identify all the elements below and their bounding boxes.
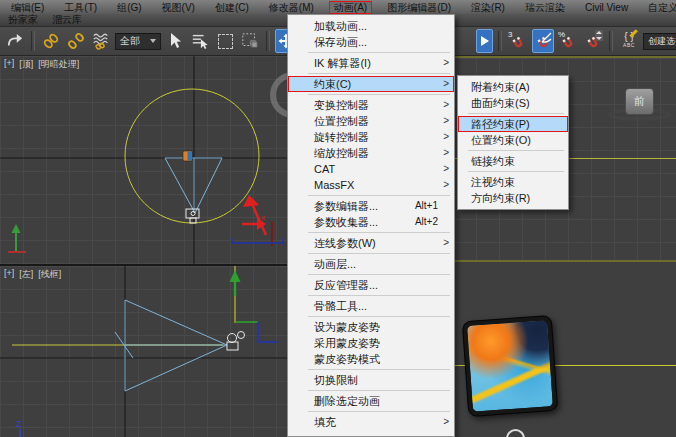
window-crossing-icon[interactable] (239, 29, 261, 53)
menu-item-assume-skin-pose[interactable]: 采用蒙皮姿势 (288, 335, 454, 351)
submenu-item-position-constraint[interactable]: 位置约束(O) (458, 132, 568, 148)
menubar-item-animation[interactable]: 动画(A) (329, 1, 372, 14)
tablet-object-top-view[interactable] (183, 151, 192, 161)
menu-item-massfx[interactable]: MassFX> (288, 177, 454, 193)
camera-gizmo-partial[interactable] (506, 429, 525, 437)
menu-item-toggle-limits[interactable]: 切换限制 (288, 372, 454, 388)
select-object-icon[interactable] (164, 29, 186, 53)
viewport-shading-label[interactable]: [线框] (38, 268, 61, 281)
menu-item-delete-selected-animation[interactable]: 删除选定动画 (288, 393, 454, 409)
unlink-selection-icon[interactable] (65, 29, 87, 53)
submenu-arrow-icon: > (443, 97, 449, 113)
world-axis-z: Z (16, 419, 22, 437)
submenu-arrow-icon: > (443, 55, 449, 71)
spinner-snap-toggle-button[interactable] (582, 29, 604, 53)
plugin-item-banjiajia[interactable]: 扮家家 (8, 14, 38, 26)
select-by-name-icon[interactable] (189, 29, 211, 53)
menu-item-set-as-skin-pose[interactable]: 设为蒙皮姿势 (288, 319, 454, 335)
menu-bar: 编辑(E)工具(T)组(G)视图(V)创建(C)修改器(M)动画(A)图形编辑器… (0, 0, 676, 14)
menubar-item-tools[interactable]: 工具(T) (59, 1, 102, 14)
menubar-item-modifiers[interactable]: 修改器(M) (264, 1, 319, 14)
menubar-item-edit[interactable]: 编辑(E) (6, 1, 49, 14)
selection-filter-value: 全部 (120, 34, 140, 48)
menu-item-label: CAT (314, 161, 335, 177)
keyboard-shortcut-override-button[interactable] (476, 29, 493, 53)
menubar-item-customize[interactable]: 自定义(U) (643, 1, 676, 14)
submenu-arrow-icon: > (443, 235, 449, 251)
z-axis-label: Z (16, 419, 22, 429)
redo-icon[interactable] (4, 29, 26, 53)
menu-item-position-controllers[interactable]: 位置控制器> (288, 113, 454, 129)
edit-named-selection-sets-button[interactable]: { } ABC (618, 29, 640, 53)
selection-filter-dropdown[interactable]: 全部 (115, 33, 161, 50)
snap-toggle-3d-button[interactable]: 3 (507, 29, 529, 53)
menu-separator (308, 195, 450, 196)
submenu-item-attachment-constraint[interactable]: 附着约束(A) (458, 79, 568, 95)
camera-gizmo[interactable] (186, 209, 199, 223)
menu-item-rotation-controllers[interactable]: 旋转控制器> (288, 129, 454, 145)
menu-item-wire-parameters[interactable]: 连线参数(W)> (288, 235, 454, 251)
named-selection-set-value: 创建选择集 (648, 35, 676, 48)
menu-item-populate[interactable]: 填充> (288, 414, 454, 430)
menu-item-save-animation[interactable]: 保存动画... (288, 34, 454, 50)
menubar-item-civil-view[interactable]: Civil View (580, 1, 633, 14)
viewport-view-label[interactable]: [顶] (19, 58, 33, 71)
camera-cone-wireframe[interactable] (165, 158, 222, 213)
viewport-top[interactable]: [+] [顶] [明暗处理] (0, 56, 290, 266)
select-and-link-icon[interactable] (40, 29, 62, 53)
named-selection-set-dropdown[interactable]: 创建选择集 (643, 33, 676, 50)
camera-gizmo[interactable] (227, 332, 245, 351)
percent-snap-toggle-button[interactable]: % (557, 29, 579, 53)
world-axis-tripod (8, 224, 26, 252)
plugin-item-liuyunku[interactable]: 溜云库 (52, 14, 82, 26)
rectangular-selection-region-icon[interactable] (214, 29, 236, 53)
menu-item-parameter-editor[interactable]: 参数编辑器...Alt+1 (288, 198, 454, 214)
menu-separator (308, 232, 450, 233)
menu-separator (308, 274, 450, 275)
submenu-item-path-constraint[interactable]: 路径约束(P) (458, 116, 568, 132)
chevron-down-icon (150, 39, 156, 43)
menu-item-cat[interactable]: CAT> (288, 161, 454, 177)
move-gizmo[interactable] (230, 266, 279, 342)
viewport-menu-label[interactable]: [+] (4, 58, 14, 71)
menubar-item-create[interactable]: 创建(C) (210, 1, 254, 14)
menu-item-load-animation[interactable]: 加载动画... (288, 18, 454, 34)
menu-item-ik-solvers[interactable]: IK 解算器(I)> (288, 55, 454, 71)
viewcube-face-label[interactable]: 前 (634, 94, 645, 109)
toolbar-separator (31, 31, 35, 51)
menu-item-label: 骨骼工具... (314, 298, 367, 314)
abc-label: ABC (623, 41, 635, 49)
menu-item-label: 注视约束 (471, 174, 515, 190)
submenu-item-lookat-constraint[interactable]: 注视约束 (458, 174, 568, 190)
camera-cone-wireframe[interactable] (115, 300, 227, 391)
menubar-item-group[interactable]: 组(G) (112, 1, 146, 14)
menu-item-skin-pose-mode[interactable]: 蒙皮姿势模式 (288, 351, 454, 367)
menu-item-reaction-manager[interactable]: 反应管理器... (288, 277, 454, 293)
viewcube[interactable]: 前 (625, 88, 654, 115)
menu-item-constraints[interactable]: 约束(C)> (288, 76, 454, 92)
menu-separator (308, 316, 450, 317)
menubar-item-views[interactable]: 视图(V) (157, 1, 200, 14)
viewport-menu-label[interactable]: [+] (4, 268, 14, 281)
menu-item-animation-layers[interactable]: 动画层... (288, 256, 454, 272)
bind-to-space-warp-icon[interactable] (90, 29, 112, 53)
menu-item-scale-controllers[interactable]: 缩放控制器> (288, 145, 454, 161)
menu-item-parameter-collector[interactable]: 参数收集器...Alt+2 (288, 214, 454, 230)
toolbar-separator (498, 31, 502, 51)
menu-item-transform-controllers[interactable]: 变换控制器> (288, 97, 454, 113)
menu-item-label: 位置控制器 (314, 113, 369, 129)
tablet-object[interactable] (462, 315, 558, 417)
menubar-item-graph-editors[interactable]: 图形编辑器(D) (382, 1, 456, 14)
submenu-item-link-constraint[interactable]: 链接约束 (458, 153, 568, 169)
menu-item-bone-tools[interactable]: 骨骼工具... (288, 298, 454, 314)
menubar-item-ruiyun-render[interactable]: 瑞云渲染 (520, 1, 570, 14)
submenu-item-orientation-constraint[interactable]: 方向约束(R) (458, 190, 568, 206)
angle-snap-toggle-button[interactable] (532, 29, 554, 53)
viewport-left[interactable]: [+] [左] [线框] (0, 266, 290, 437)
viewport-view-label[interactable]: [左] (19, 268, 33, 281)
submenu-item-surface-constraint[interactable]: 曲面约束(S) (458, 95, 568, 111)
menu-item-label: 方向约束(R) (471, 190, 530, 206)
menu-item-label: 路径约束(P) (471, 116, 530, 132)
menubar-item-rendering[interactable]: 渲染(R) (466, 1, 510, 14)
viewport-shading-label[interactable]: [明暗处理] (38, 58, 79, 71)
